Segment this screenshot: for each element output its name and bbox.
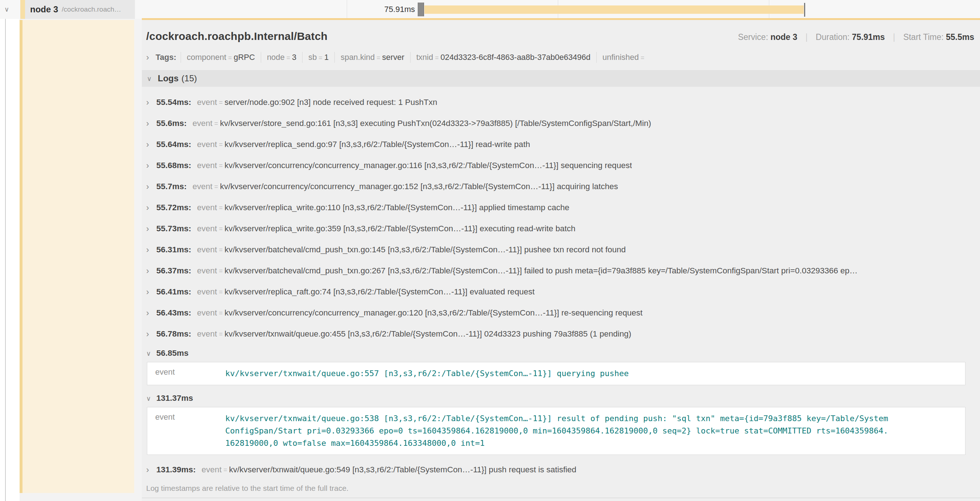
log-row[interactable]: 56.43ms: event = kv/kvserver/concurrency… (146, 302, 974, 324)
chevron-down-icon (146, 394, 156, 403)
log-field-value: kv/kvserver/txnwait/queue.go:538 [n3,s3,… (225, 407, 888, 455)
log-list: 55.54ms: event = server/node.go:902 [n3]… (146, 87, 974, 480)
chevron-right-icon (146, 329, 156, 339)
log-field-label: event (147, 407, 225, 455)
tag-unfinished: unfinished= (596, 52, 652, 63)
duration-label: Duration: (816, 32, 850, 42)
log-field-label: event (147, 362, 225, 385)
chevron-right-icon (146, 308, 156, 318)
log-row[interactable]: 55.68ms: event = kv/kvserver/concurrency… (146, 155, 974, 176)
chevron-down-icon[interactable] (4, 4, 9, 14)
log-row[interactable]: 131.39ms: event = kv/kvserver/txnwait/qu… (146, 459, 974, 480)
span-timeline-row: node 3 /cockroach.roach… 75.91ms (0, 0, 980, 19)
equals-sign: = (639, 54, 646, 61)
tag-span-kind: span.kind=server (334, 52, 410, 63)
logs-section-toggle[interactable]: Logs (15) (142, 70, 980, 87)
chevron-right-icon (146, 203, 156, 213)
log-row[interactable]: 55.73ms: event = kv/kvserver/replica_wri… (146, 218, 974, 239)
service-value: node 3 (770, 32, 797, 42)
trace-detail-screen: node 3 /cockroach.roach… 75.91ms /cockro… (0, 0, 980, 501)
log-row-expanded-toggle[interactable]: 56.85ms (146, 345, 974, 362)
log-row[interactable]: 56.41ms: event = kv/kvserver/replica_raf… (146, 281, 974, 302)
log-detail-card: event kv/kvserver/txnwait/queue.go:538 [… (147, 407, 966, 455)
chevron-right-icon (146, 287, 156, 297)
chevron-down-icon (146, 348, 156, 358)
chevron-right-icon (146, 139, 156, 150)
span-detail-header: /cockroach.roachpb.Internal/Batch Servic… (146, 20, 974, 43)
equals-sign: = (217, 246, 224, 254)
tag-txnid: txnid=024d3323-6c8f-4863-aa8b-37ab0e6349… (410, 52, 596, 63)
chevron-right-icon (146, 266, 156, 276)
span-operation-name: /cockroach.roach… (62, 5, 121, 13)
equals-sign: = (217, 162, 224, 169)
start-time-value: 55.5ms (946, 32, 974, 42)
equals-sign: = (217, 225, 224, 233)
logs-count: (15) (181, 73, 197, 83)
chevron-right-icon (146, 118, 156, 129)
equals-sign: = (213, 120, 220, 128)
equals-sign: = (222, 466, 229, 474)
log-row[interactable]: 55.72ms: event = kv/kvserver/replica_wri… (146, 197, 974, 218)
chevron-right-icon (146, 52, 156, 62)
equals-sign: = (217, 309, 224, 317)
logs-title: Logs (158, 73, 178, 83)
tags-section-toggle[interactable]: Tags: component=gRPC node=3 sb=1 span.ki… (146, 52, 974, 63)
log-row[interactable]: 55.64ms: event = kv/kvserver/replica_sen… (146, 134, 974, 155)
tag-node: node=3 (261, 52, 302, 63)
timeline-gridline (347, 0, 347, 19)
equals-sign: = (217, 267, 224, 275)
tag-component: component=gRPC (181, 52, 261, 63)
equals-sign: = (213, 183, 220, 191)
equals-sign: = (217, 288, 224, 296)
log-row-expanded-toggle[interactable]: 131.37ms (146, 389, 974, 407)
log-row[interactable]: 55.6ms: event = kv/kvserver/store_send.g… (146, 113, 974, 134)
span-duration-bar[interactable] (424, 5, 804, 14)
duration-value: 75.91ms (852, 32, 885, 42)
chevron-right-icon (146, 465, 156, 475)
log-row[interactable]: 56.37ms: event = kv/kvserver/batcheval/c… (146, 260, 974, 281)
span-meta: Service: node 3 | Duration: 75.91ms | St… (738, 32, 974, 42)
equals-sign: = (317, 54, 324, 61)
tags-label: Tags: (156, 53, 176, 62)
page-title: /cockroach.roachpb.Internal/Batch (146, 30, 328, 43)
meta-divider: | (893, 32, 895, 42)
span-color-column-edge (19, 20, 22, 493)
equals-sign: = (226, 54, 234, 61)
tag-sb: sb=1 (302, 52, 334, 63)
log-field-value: kv/kvserver/txnwait/queue.go:557 [n3,s3,… (225, 362, 888, 385)
left-panel-divider[interactable] (5, 0, 6, 501)
service-label: Service: (738, 32, 768, 42)
chevron-down-icon (147, 74, 158, 83)
equals-sign: = (375, 54, 382, 61)
chevron-right-icon (146, 182, 156, 192)
log-row[interactable]: 55.54ms: event = server/node.go:902 [n3]… (146, 92, 974, 113)
equals-sign: = (285, 54, 292, 61)
span-detail-panel: /cockroach.roachpb.Internal/Batch Servic… (142, 18, 980, 501)
equals-sign: = (217, 204, 224, 212)
meta-divider: | (805, 32, 808, 42)
equals-sign: = (433, 54, 440, 61)
start-time-label: Start Time: (903, 32, 943, 42)
span-duration-label: 75.91ms (358, 5, 415, 14)
chevron-right-icon (146, 223, 156, 234)
equals-sign: = (217, 99, 224, 106)
equals-sign: = (217, 141, 224, 148)
log-row[interactable]: 56.78ms: event = kv/kvserver/txnwait/que… (146, 324, 974, 345)
left-gutter (0, 0, 19, 501)
equals-sign: = (217, 330, 224, 338)
span-color-accent (20, 0, 25, 19)
span-log-ticks (418, 3, 424, 16)
span-service-name: node 3 (30, 4, 58, 14)
span-color-column (19, 20, 134, 493)
span-name-tab[interactable]: node 3 /cockroach.roach… (20, 0, 135, 19)
chevron-right-icon (146, 161, 156, 171)
log-detail-card: event kv/kvserver/txnwait/queue.go:557 [… (147, 362, 966, 385)
chevron-right-icon (146, 245, 156, 255)
span-end-tick (804, 3, 805, 17)
chevron-right-icon (146, 97, 156, 107)
logs-footer-note: Log timestamps are relative to the start… (142, 484, 980, 498)
log-row[interactable]: 55.7ms: event = kv/kvserver/concurrency/… (146, 176, 974, 197)
log-row[interactable]: 56.31ms: event = kv/kvserver/batcheval/c… (146, 239, 974, 260)
